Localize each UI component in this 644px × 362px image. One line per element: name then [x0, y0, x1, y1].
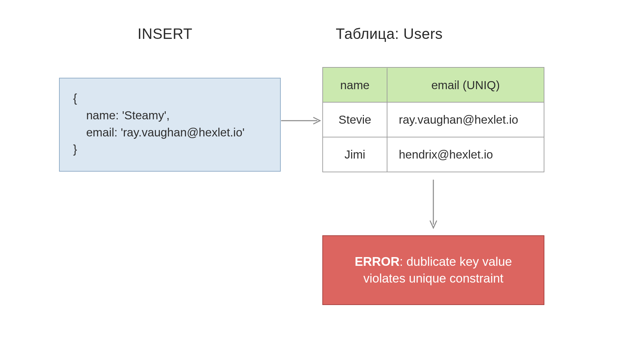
table-row: Jimi hendrix@hexlet.io [323, 137, 544, 172]
error-box: ERROR: dublicate key valueviolates uniqu… [322, 235, 544, 305]
users-table: name email (UNIQ) Stevie ray.vaughan@hex… [322, 67, 544, 172]
error-text: ERROR: dublicate key valueviolates uniqu… [355, 253, 512, 287]
error-colon: : [399, 255, 407, 268]
cell-email: ray.vaughan@hexlet.io [387, 103, 544, 137]
error-label: ERROR [355, 255, 400, 268]
arrow-table-to-error [427, 180, 440, 230]
insert-payload-box: { name: 'Steamy', email: 'ray.vaughan@he… [59, 78, 281, 172]
cell-name: Jimi [323, 137, 387, 172]
cell-email: hendrix@hexlet.io [387, 137, 544, 172]
cell-name: Stevie [323, 103, 387, 137]
col-header-name: name [323, 68, 387, 102]
insert-heading: INSERT [138, 25, 193, 42]
table-row: Stevie ray.vaughan@hexlet.io [323, 103, 544, 137]
table-heading: Таблица: Users [336, 25, 443, 42]
table-header-row: name email (UNIQ) [323, 68, 544, 103]
arrow-insert-to-table [281, 114, 322, 127]
col-header-email: email (UNIQ) [387, 68, 544, 102]
